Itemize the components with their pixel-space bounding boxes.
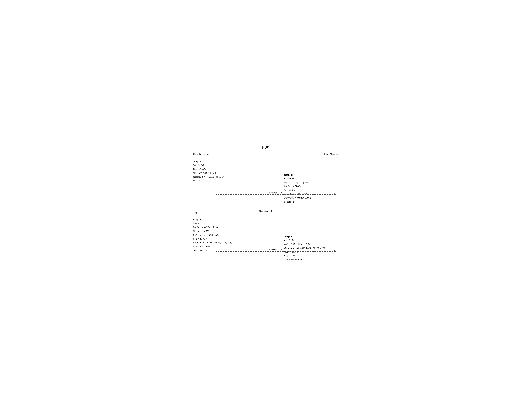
diagram-container: HUP Health Center Cloud Server Step. 1 S… (190, 144, 341, 276)
step4-line2: Kₕᴄ = h₃(IDₕ | | Rₕ | | Rᴄₕ) (284, 242, 338, 246)
step1-line4: Message 1 = (TIDₕ, Rₕ, MACₕᴄ) (193, 175, 284, 179)
col-health-center: Health Center (193, 153, 266, 156)
diagram-body: Step. 1 Selects TIDₕ Generates Rₕ MACₕᴄ … (190, 157, 341, 276)
step3-line6: Mᴳᴘ = Eᵂᴴᴄ(Patient Report, TIDᴘ, Cₕᴄ). (193, 241, 284, 245)
step1-label: Step. 1 (193, 160, 284, 163)
step2-label: Step. 2 (284, 173, 338, 176)
msg2-label: Message 2, Tᴄ (259, 210, 272, 212)
col-cloud-server: Cloud Server (266, 153, 338, 156)
columns-header: Health Center Cloud Server (190, 151, 341, 157)
step3-label: Step. 3 (193, 218, 284, 221)
msg2-arrow-row: Message 2, Tᴄ (193, 210, 338, 216)
msg3-arrow-row: Message 3, Tₕ (193, 248, 338, 255)
step1-line5: Selects Tₕ (193, 179, 284, 182)
step2-line1: Checks Tₕ (284, 177, 338, 180)
step1-line1: Selects TIDₕ (193, 163, 284, 167)
step1-line3: MACₕᴄ = h₂(IDₕ | | Rₕ) (193, 171, 284, 175)
msg1-label: Message 1, Tₕ (269, 191, 282, 194)
diagram-title: HUP (190, 144, 341, 151)
msg3-label: Message 3, Tₕ (269, 248, 282, 251)
step3-line2: MACᴄₕ’ = h₂(IDₕ | | Rᴄₕ) (193, 225, 284, 229)
step3-line4: Kₕᴄ = h₃(IDₕ | | Rₕ | | Rᴄₕ) (193, 233, 284, 237)
step4-label: Step 4. (284, 235, 338, 238)
step4-line6: Stores Patient Report (284, 257, 338, 261)
step2-line7: Selects Tᴄ (284, 200, 338, 204)
msg1-arrow-row: Message 1, Tₕ (193, 191, 338, 198)
step3-content: Step. 3 Checks Tᴄ MACᴄₕ’ = h₂(IDₕ | | Rᴄ… (193, 218, 284, 262)
step4-line1: Checks Tₕ (284, 238, 338, 242)
step1-line2: Generates Rₕ (193, 167, 284, 171)
step3-line5: Cₕᴄ = h₄(Kₕᴄ) (193, 237, 284, 241)
step3-line1: Checks Tᴄ (193, 222, 284, 225)
step2-line3: MACₕᴄ’ = MACₕᴄ (284, 184, 338, 188)
step2-line2: MACₕᴄ’ = h₂(IDₕ | | Rₕ) (284, 180, 338, 184)
bottom-section: Step. 3 Checks Tᴄ MACᴄₕ’ = h₂(IDₕ | | Rᴄ… (193, 218, 338, 262)
step4-content: Step 4. Checks Tₕ Kₕᴄ = h₃(IDₕ | | Rₕ | … (284, 218, 338, 262)
step3-line3: MACᴄₕ’ = MACᴄₕ (193, 229, 284, 233)
